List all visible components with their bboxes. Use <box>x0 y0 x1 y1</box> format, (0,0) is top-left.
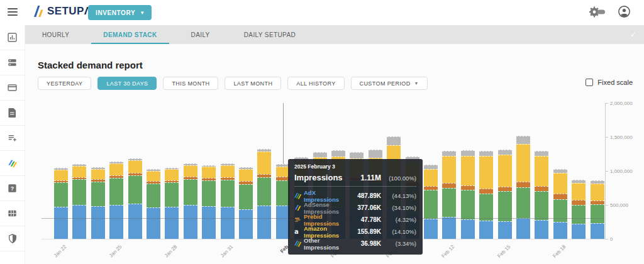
stacked-bar-jan-23[interactable] <box>72 164 86 239</box>
bar-segment[interactable] <box>516 218 530 239</box>
bar-segment[interactable] <box>202 180 216 206</box>
bar-segment[interactable] <box>387 136 401 146</box>
bar-segment[interactable] <box>591 204 604 223</box>
bar-segment[interactable] <box>553 222 567 239</box>
bar-segment[interactable] <box>165 207 179 239</box>
bar-segment[interactable] <box>479 156 493 189</box>
bar-segment[interactable] <box>498 191 512 221</box>
tab-demand-stack[interactable]: DEMAND STACK <box>86 25 174 44</box>
stacked-bar-jan-28[interactable] <box>165 168 179 239</box>
bar-segment[interactable] <box>147 171 160 181</box>
filter-this-month-button[interactable]: THIS MONTH <box>163 77 218 90</box>
custom-period-dropdown[interactable]: CUSTOM PERIOD ▼ <box>351 77 428 90</box>
bar-segment[interactable] <box>424 169 438 186</box>
bar-segment[interactable] <box>369 150 382 158</box>
bar-segment[interactable] <box>461 150 475 156</box>
stacked-bar-jan-27[interactable] <box>147 169 160 239</box>
stacked-bar-jan-30[interactable] <box>202 165 216 239</box>
bar-segment[interactable] <box>91 206 105 239</box>
bar-segment[interactable] <box>479 151 493 156</box>
stacked-bar-jan-22[interactable] <box>54 168 68 239</box>
menu-icon[interactable] <box>8 8 18 17</box>
bar-segment[interactable] <box>239 209 253 239</box>
bar-segment[interactable] <box>72 179 86 205</box>
bar-segment[interactable] <box>591 184 604 201</box>
bar-segment[interactable] <box>221 207 235 239</box>
bar-segment[interactable] <box>516 182 530 187</box>
bar-segment[interactable] <box>147 207 160 239</box>
fixed-scale-checkbox[interactable]: Fixed scale <box>586 79 633 86</box>
bar-segment[interactable] <box>572 200 586 205</box>
checkbox-box[interactable] <box>586 79 593 86</box>
bar-segment[interactable] <box>54 207 68 239</box>
bar-segment[interactable] <box>313 152 327 157</box>
filter-last-30-days-button[interactable]: LAST 30 DAYS <box>97 77 157 90</box>
tab-daily-setupad[interactable]: DAILY SETUPAD <box>227 25 313 44</box>
stacked-bar-jan-25[interactable] <box>109 162 123 239</box>
stacked-bar-feb-19[interactable] <box>572 180 586 239</box>
bar-segment[interactable] <box>572 205 586 224</box>
bar-segment[interactable] <box>202 167 216 178</box>
bar-segment[interactable] <box>461 185 475 190</box>
bar-segment[interactable] <box>516 144 530 182</box>
bar-segment[interactable] <box>516 187 530 218</box>
bar-segment[interactable] <box>54 170 68 180</box>
bar-segment[interactable] <box>479 194 493 221</box>
bar-segment[interactable] <box>535 151 548 156</box>
sidebar-item-analytics[interactable] <box>0 25 25 50</box>
bar-segment[interactable] <box>591 223 604 239</box>
bar-segment[interactable] <box>498 221 512 239</box>
tab-hourly[interactable]: HOURLY <box>25 25 86 44</box>
stacked-bar-feb-01[interactable] <box>239 167 253 239</box>
bar-segment[interactable] <box>184 179 197 205</box>
sidebar-item-privacy[interactable] <box>0 226 25 251</box>
bar-segment[interactable] <box>128 175 142 204</box>
sidebar-item-payments[interactable] <box>0 75 25 101</box>
sidebar-item-help[interactable]: ? <box>0 176 25 201</box>
sidebar-item-reports[interactable] <box>0 101 25 126</box>
bar-segment[interactable] <box>424 219 438 239</box>
bar-segment[interactable] <box>257 177 271 206</box>
bar-segment[interactable] <box>109 178 123 205</box>
bar-segment[interactable] <box>91 169 105 179</box>
sidebar-item-more[interactable] <box>0 251 25 264</box>
stacked-bar-jan-29[interactable] <box>184 163 197 239</box>
bar-segment[interactable] <box>498 150 512 155</box>
bar-segment[interactable] <box>221 165 235 177</box>
bar-segment[interactable] <box>239 169 253 181</box>
stacked-bar-jan-31[interactable] <box>221 163 235 239</box>
bar-segment[interactable] <box>165 169 179 180</box>
bar-segment[interactable] <box>257 206 271 239</box>
bar-segment[interactable] <box>202 206 216 239</box>
bar-segment[interactable] <box>221 180 235 207</box>
bar-segment[interactable] <box>54 182 68 207</box>
settings-toggle-icon[interactable] <box>589 6 606 18</box>
filter-yesterday-button[interactable]: YESTERDAY <box>38 77 91 90</box>
stacked-bar-jan-24[interactable] <box>91 167 105 239</box>
bar-segment[interactable] <box>442 156 456 183</box>
stacked-bar-feb-12[interactable] <box>442 151 456 239</box>
bar-segment[interactable] <box>184 165 197 177</box>
sidebar-item-grid[interactable] <box>0 201 25 226</box>
bar-segment[interactable] <box>109 163 123 175</box>
bar-segment[interactable] <box>424 190 438 218</box>
stacked-bar-feb-11[interactable] <box>424 165 438 239</box>
bar-segment[interactable] <box>109 205 123 239</box>
bar-segment[interactable] <box>461 156 475 186</box>
bar-segment[interactable] <box>535 220 548 239</box>
bar-segment[interactable] <box>257 151 271 174</box>
bar-segment[interactable] <box>498 155 512 187</box>
stacked-bar-jan-26[interactable] <box>128 158 142 239</box>
bar-segment[interactable] <box>498 187 512 192</box>
bar-segment[interactable] <box>442 183 456 188</box>
bar-segment[interactable] <box>442 188 456 217</box>
bar-segment[interactable] <box>516 136 530 144</box>
bar-segment[interactable] <box>553 173 567 193</box>
bar-segment[interactable] <box>479 221 493 239</box>
bar-segment[interactable] <box>535 186 548 191</box>
bar-segment[interactable] <box>72 205 86 239</box>
bar-segment[interactable] <box>91 182 105 206</box>
sidebar-item-add-list[interactable] <box>0 126 25 151</box>
sidebar-item-adsense[interactable] <box>0 151 25 176</box>
bar-segment[interactable] <box>72 166 86 177</box>
